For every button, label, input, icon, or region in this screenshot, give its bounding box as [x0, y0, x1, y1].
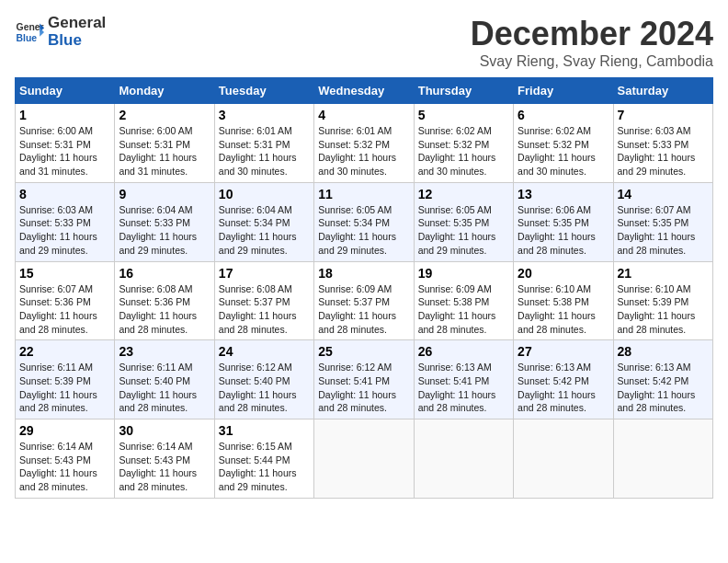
day-info: Sunrise: 6:10 AM Sunset: 5:39 PM Dayligh… [618, 282, 709, 337]
day-info: Sunrise: 6:10 AM Sunset: 5:38 PM Dayligh… [518, 282, 609, 337]
day-info: Sunrise: 6:09 AM Sunset: 5:37 PM Dayligh… [318, 282, 409, 337]
day-info: Sunrise: 6:02 AM Sunset: 5:32 PM Dayligh… [418, 124, 509, 178]
header-friday: Friday [514, 78, 613, 104]
calendar-cell [314, 419, 414, 499]
calendar-cell: 5Sunrise: 6:02 AM Sunset: 5:32 PM Daylig… [414, 104, 513, 183]
day-info: Sunrise: 6:01 AM Sunset: 5:31 PM Dayligh… [219, 124, 310, 178]
header-wednesday: Wednesday [314, 78, 414, 104]
day-info: Sunrise: 6:13 AM Sunset: 5:42 PM Dayligh… [518, 361, 609, 415]
day-info: Sunrise: 6:04 AM Sunset: 5:34 PM Dayligh… [219, 203, 310, 258]
day-number: 30 [119, 423, 210, 438]
day-info: Sunrise: 6:07 AM Sunset: 5:36 PM Dayligh… [19, 282, 110, 337]
header-saturday: Saturday [613, 78, 712, 104]
week-row-3: 22Sunrise: 6:11 AM Sunset: 5:39 PM Dayli… [16, 340, 713, 419]
calendar-cell: 24Sunrise: 6:12 AM Sunset: 5:40 PM Dayli… [214, 340, 313, 419]
day-number: 17 [219, 266, 310, 281]
day-number: 28 [618, 344, 709, 359]
day-info: Sunrise: 6:06 AM Sunset: 5:35 PM Dayligh… [518, 203, 609, 258]
calendar-cell: 11Sunrise: 6:05 AM Sunset: 5:34 PM Dayli… [314, 182, 414, 261]
calendar-cell: 15Sunrise: 6:07 AM Sunset: 5:36 PM Dayli… [16, 261, 115, 340]
day-info: Sunrise: 6:13 AM Sunset: 5:42 PM Dayligh… [618, 361, 709, 415]
day-info: Sunrise: 6:12 AM Sunset: 5:41 PM Dayligh… [318, 361, 409, 415]
calendar-cell: 2Sunrise: 6:00 AM Sunset: 5:31 PM Daylig… [115, 104, 214, 183]
day-info: Sunrise: 6:09 AM Sunset: 5:38 PM Dayligh… [418, 282, 509, 337]
day-number: 12 [418, 187, 509, 201]
day-number: 25 [318, 344, 409, 359]
day-info: Sunrise: 6:08 AM Sunset: 5:37 PM Dayligh… [219, 282, 310, 337]
header-row: SundayMondayTuesdayWednesdayThursdayFrid… [16, 78, 713, 104]
calendar-cell: 30Sunrise: 6:14 AM Sunset: 5:43 PM Dayli… [115, 419, 214, 499]
header-thursday: Thursday [414, 78, 513, 104]
day-number: 13 [518, 187, 609, 201]
day-info: Sunrise: 6:03 AM Sunset: 5:33 PM Dayligh… [19, 203, 110, 258]
day-number: 6 [518, 108, 609, 122]
day-number: 19 [418, 266, 509, 281]
calendar-cell: 1Sunrise: 6:00 AM Sunset: 5:31 PM Daylig… [16, 104, 115, 183]
day-info: Sunrise: 6:01 AM Sunset: 5:32 PM Dayligh… [318, 124, 409, 178]
day-number: 29 [19, 423, 110, 438]
day-info: Sunrise: 6:05 AM Sunset: 5:35 PM Dayligh… [418, 203, 509, 258]
day-info: Sunrise: 6:02 AM Sunset: 5:32 PM Dayligh… [518, 124, 609, 178]
day-number: 11 [318, 187, 409, 201]
day-number: 2 [119, 108, 210, 122]
day-number: 23 [119, 344, 210, 359]
day-number: 26 [418, 344, 509, 359]
calendar-cell: 6Sunrise: 6:02 AM Sunset: 5:32 PM Daylig… [514, 104, 613, 183]
calendar-cell: 27Sunrise: 6:13 AM Sunset: 5:42 PM Dayli… [514, 340, 613, 419]
day-info: Sunrise: 6:07 AM Sunset: 5:35 PM Dayligh… [618, 203, 709, 258]
calendar-cell: 8Sunrise: 6:03 AM Sunset: 5:33 PM Daylig… [16, 182, 115, 261]
day-info: Sunrise: 6:12 AM Sunset: 5:40 PM Dayligh… [219, 361, 310, 415]
day-number: 9 [119, 187, 210, 201]
calendar-cell: 13Sunrise: 6:06 AM Sunset: 5:35 PM Dayli… [514, 182, 613, 261]
day-number: 31 [219, 423, 310, 438]
day-info: Sunrise: 6:00 AM Sunset: 5:31 PM Dayligh… [119, 124, 210, 178]
day-info: Sunrise: 6:03 AM Sunset: 5:33 PM Dayligh… [618, 124, 709, 178]
header-monday: Monday [115, 78, 214, 104]
calendar-cell: 21Sunrise: 6:10 AM Sunset: 5:39 PM Dayli… [613, 261, 712, 340]
header-tuesday: Tuesday [214, 78, 313, 104]
day-number: 21 [618, 266, 709, 281]
day-info: Sunrise: 6:14 AM Sunset: 5:43 PM Dayligh… [19, 440, 110, 494]
location-title: Svay Rieng, Svay Rieng, Cambodia [471, 53, 713, 70]
calendar-cell: 28Sunrise: 6:13 AM Sunset: 5:42 PM Dayli… [613, 340, 712, 419]
day-number: 20 [518, 266, 609, 281]
calendar-cell: 22Sunrise: 6:11 AM Sunset: 5:39 PM Dayli… [16, 340, 115, 419]
calendar-cell: 29Sunrise: 6:14 AM Sunset: 5:43 PM Dayli… [16, 419, 115, 499]
week-row-4: 29Sunrise: 6:14 AM Sunset: 5:43 PM Dayli… [16, 419, 713, 499]
day-number: 1 [19, 108, 110, 122]
day-info: Sunrise: 6:14 AM Sunset: 5:43 PM Dayligh… [119, 440, 210, 494]
day-info: Sunrise: 6:08 AM Sunset: 5:36 PM Dayligh… [119, 282, 210, 337]
header-sunday: Sunday [16, 78, 115, 104]
title-area: December 2024 Svay Rieng, Svay Rieng, Ca… [471, 15, 713, 70]
calendar-cell: 3Sunrise: 6:01 AM Sunset: 5:31 PM Daylig… [214, 104, 313, 183]
month-title: December 2024 [471, 15, 713, 53]
week-row-2: 15Sunrise: 6:07 AM Sunset: 5:36 PM Dayli… [16, 261, 713, 340]
day-info: Sunrise: 6:13 AM Sunset: 5:41 PM Dayligh… [418, 361, 509, 415]
day-number: 14 [618, 187, 709, 201]
day-info: Sunrise: 6:11 AM Sunset: 5:39 PM Dayligh… [19, 361, 110, 415]
day-number: 5 [418, 108, 509, 122]
day-info: Sunrise: 6:05 AM Sunset: 5:34 PM Dayligh… [318, 203, 409, 258]
page-header: General Blue General Blue December 2024 … [15, 15, 713, 70]
calendar-cell: 7Sunrise: 6:03 AM Sunset: 5:33 PM Daylig… [613, 104, 712, 183]
logo-icon: General Blue [15, 17, 44, 47]
calendar-cell: 25Sunrise: 6:12 AM Sunset: 5:41 PM Dayli… [314, 340, 414, 419]
calendar-cell: 16Sunrise: 6:08 AM Sunset: 5:36 PM Dayli… [115, 261, 214, 340]
calendar-cell: 12Sunrise: 6:05 AM Sunset: 5:35 PM Dayli… [414, 182, 513, 261]
calendar-cell: 14Sunrise: 6:07 AM Sunset: 5:35 PM Dayli… [613, 182, 712, 261]
day-info: Sunrise: 6:11 AM Sunset: 5:40 PM Dayligh… [119, 361, 210, 415]
day-number: 10 [219, 187, 310, 201]
calendar-cell: 4Sunrise: 6:01 AM Sunset: 5:32 PM Daylig… [314, 104, 414, 183]
day-number: 16 [119, 266, 210, 281]
day-number: 27 [518, 344, 609, 359]
day-number: 22 [19, 344, 110, 359]
calendar-cell: 10Sunrise: 6:04 AM Sunset: 5:34 PM Dayli… [214, 182, 313, 261]
calendar-cell: 17Sunrise: 6:08 AM Sunset: 5:37 PM Dayli… [214, 261, 313, 340]
svg-text:Blue: Blue [17, 32, 38, 42]
logo-general-text: General [48, 15, 106, 32]
day-number: 8 [19, 187, 110, 201]
day-number: 7 [618, 108, 709, 122]
day-info: Sunrise: 6:15 AM Sunset: 5:44 PM Dayligh… [219, 440, 310, 494]
day-info: Sunrise: 6:00 AM Sunset: 5:31 PM Dayligh… [19, 124, 110, 178]
calendar-cell [514, 419, 613, 499]
